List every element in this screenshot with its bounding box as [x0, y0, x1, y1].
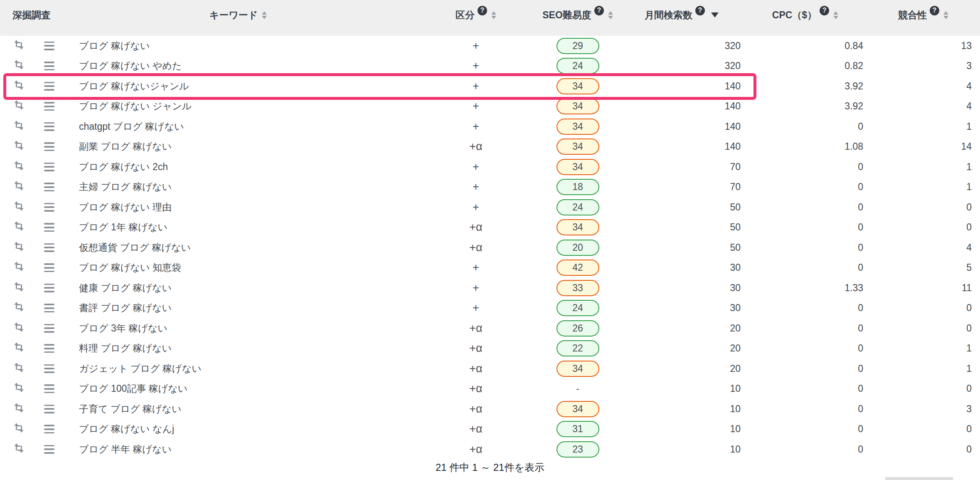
hamburger-bar [44, 351, 54, 353]
cpc-value: 0.82 [744, 60, 867, 72]
detail-menu-button[interactable] [37, 324, 61, 333]
detail-menu-button[interactable] [37, 344, 61, 353]
seo-difficulty-badge: 23 [556, 441, 599, 458]
detail-menu-button[interactable] [37, 304, 61, 312]
drilldown-button[interactable] [0, 381, 37, 396]
table-row: ブログ 稼げない 知恵袋+423005 [0, 258, 980, 278]
sort-arrows-icon[interactable] [943, 11, 948, 19]
keyword-text: 仮想通貨 ブログ 稼げない [79, 242, 191, 253]
monthly-volume-value: 20 [619, 343, 744, 354]
keyword-text: ブログ 半年 稼げない [79, 444, 172, 455]
sort-arrows-icon[interactable] [833, 11, 838, 19]
drilldown-button[interactable] [0, 361, 37, 376]
help-icon[interactable]: ? [594, 6, 604, 15]
kubun-value: +α [469, 443, 482, 456]
drilldown-button[interactable] [0, 39, 37, 53]
detail-menu-button[interactable] [37, 243, 61, 252]
sort-desc-icon[interactable] [711, 12, 719, 17]
hamburger-bar [44, 452, 54, 454]
drilldown-button[interactable] [0, 139, 37, 154]
monthly-volume-value: 20 [619, 323, 744, 334]
drilldown-button[interactable] [0, 341, 37, 356]
detail-menu-button[interactable] [37, 163, 61, 171]
detail-menu-button[interactable] [37, 284, 61, 292]
hamburger-bar [44, 267, 54, 269]
detail-menu-button[interactable] [37, 263, 61, 272]
competition-value: 0 [867, 202, 980, 213]
drilldown-button[interactable] [0, 59, 37, 73]
drilldown-button[interactable] [0, 260, 37, 275]
keyword-text: ブログ 稼げない [79, 40, 150, 51]
detail-menu-button[interactable] [37, 102, 61, 111]
hamburger-bar [44, 243, 54, 245]
help-icon[interactable]: ? [930, 6, 939, 15]
kubun-value: + [473, 80, 479, 93]
detail-menu-button[interactable] [37, 223, 61, 232]
seo-difficulty-badge: 20 [556, 240, 599, 256]
competition-value: 4 [867, 101, 980, 112]
detail-menu-button[interactable] [37, 203, 61, 212]
detail-menu-button[interactable] [37, 62, 61, 70]
table-row: ブログ 100記事 稼げない+α-1000 [0, 379, 980, 399]
seo-difficulty-cell: 34 [536, 78, 619, 94]
column-label-kubun: 区分 [456, 9, 475, 22]
column-header-comp[interactable]: 競合性? [867, 9, 980, 22]
detail-menu-button[interactable] [37, 445, 61, 454]
drilldown-button[interactable] [0, 200, 37, 215]
sort-arrows-icon[interactable] [608, 11, 613, 19]
drilldown-button[interactable] [0, 160, 37, 174]
detail-menu-button[interactable] [37, 384, 61, 393]
seo-difficulty-cell: - [536, 383, 619, 394]
competition-value: 0 [867, 444, 980, 455]
column-header-kubun[interactable]: 区分? [416, 9, 536, 22]
horizontal-scrollbar-thumb[interactable] [885, 477, 953, 480]
column-header-seo[interactable]: SEO難易度? [536, 9, 619, 22]
drilldown-button[interactable] [0, 281, 37, 295]
help-icon[interactable]: ? [478, 6, 487, 15]
hamburger-menu-icon [44, 364, 54, 373]
column-label-cpc: CPC（$） [772, 9, 817, 22]
detail-menu-button[interactable] [37, 142, 61, 151]
drilldown-button[interactable] [0, 422, 37, 436]
column-header-volume[interactable]: 月間検索数? [619, 9, 744, 22]
hamburger-bar [44, 324, 54, 326]
detail-menu-button[interactable] [37, 364, 61, 373]
drilldown-button[interactable] [0, 402, 37, 416]
column-header-cpc[interactable]: CPC（$）? [744, 9, 867, 22]
drilldown-button[interactable] [0, 119, 37, 134]
drilldown-button[interactable] [0, 220, 37, 235]
keyword-cell: ブログ 稼げない なんj [61, 423, 416, 435]
competition-value: 0 [867, 302, 980, 314]
sort-arrows-icon[interactable] [262, 11, 267, 19]
table-row: ブログ 稼げない ジャンル+341403.924 [0, 96, 980, 117]
drilldown-button[interactable] [0, 99, 37, 114]
monthly-volume-value: 30 [619, 302, 744, 314]
drilldown-button[interactable] [0, 79, 37, 94]
repeat-drilldown-icon [12, 341, 25, 356]
hamburger-bar [44, 304, 54, 305]
hamburger-bar [44, 146, 54, 148]
seo-difficulty-cell: 34 [536, 119, 619, 135]
drilldown-button[interactable] [0, 321, 37, 336]
kubun-cell: + [416, 201, 536, 214]
hamburger-bar [44, 247, 54, 248]
detail-menu-button[interactable] [37, 425, 61, 433]
detail-menu-button[interactable] [37, 183, 61, 191]
drilldown-button[interactable] [0, 442, 37, 457]
sort-arrows-icon[interactable] [491, 11, 496, 19]
drilldown-button[interactable] [0, 301, 37, 315]
detail-menu-button[interactable] [37, 82, 61, 91]
table-row: ブログ 稼げない 2ch+347001 [0, 157, 980, 177]
drilldown-button[interactable] [0, 180, 37, 194]
hamburger-bar [44, 227, 54, 228]
detail-menu-button[interactable] [37, 122, 61, 131]
keyword-text: ブログ 100記事 稼げない [79, 383, 187, 394]
column-header-keyword[interactable]: キーワード [61, 9, 416, 22]
detail-menu-button[interactable] [37, 405, 61, 413]
monthly-volume-value: 70 [619, 181, 744, 193]
help-icon[interactable]: ? [695, 6, 705, 15]
help-icon[interactable]: ? [820, 6, 829, 15]
table-row: ブログ 稼げない+293200.8413 [0, 36, 980, 56]
detail-menu-button[interactable] [37, 42, 61, 50]
drilldown-button[interactable] [0, 240, 37, 255]
